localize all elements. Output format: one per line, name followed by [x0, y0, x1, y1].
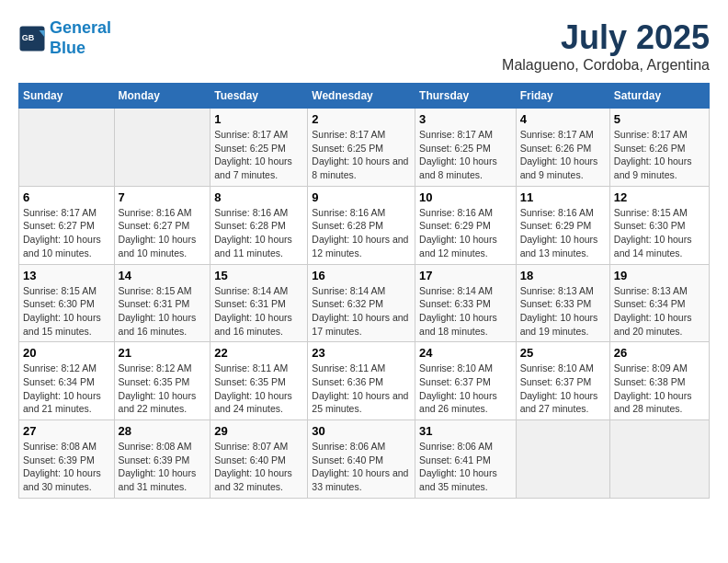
calendar-header-row: SundayMondayTuesdayWednesdayThursdayFrid… — [19, 84, 710, 109]
calendar-cell — [114, 109, 210, 187]
calendar-cell: 15Sunrise: 8:14 AMSunset: 6:31 PMDayligh… — [210, 264, 308, 342]
day-info: Sunrise: 8:13 AMSunset: 6:33 PMDaylight:… — [520, 284, 606, 339]
day-number: 4 — [520, 112, 606, 126]
column-header-tuesday: Tuesday — [210, 84, 308, 109]
day-number: 8 — [214, 190, 303, 204]
day-info: Sunrise: 8:14 AMSunset: 6:32 PMDaylight:… — [312, 284, 411, 339]
main-title: July 2025 — [502, 18, 710, 57]
day-info: Sunrise: 8:11 AMSunset: 6:36 PMDaylight:… — [312, 362, 411, 416]
calendar-cell: 3Sunrise: 8:17 AMSunset: 6:25 PMDaylight… — [415, 109, 517, 187]
day-info: Sunrise: 8:11 AMSunset: 6:35 PMDaylight:… — [214, 362, 303, 416]
day-number: 20 — [23, 346, 110, 360]
day-info: Sunrise: 8:17 AMSunset: 6:27 PMDaylight:… — [23, 206, 110, 260]
day-info: Sunrise: 8:06 AMSunset: 6:40 PMDaylight:… — [312, 440, 411, 494]
day-number: 26 — [614, 346, 705, 360]
day-info: Sunrise: 8:14 AMSunset: 6:31 PMDaylight:… — [214, 284, 303, 339]
calendar-week-5: 27Sunrise: 8:08 AMSunset: 6:39 PMDayligh… — [19, 420, 710, 499]
day-number: 23 — [312, 346, 411, 360]
day-info: Sunrise: 8:15 AMSunset: 6:31 PMDaylight:… — [119, 284, 207, 339]
day-number: 1 — [214, 112, 303, 126]
calendar-cell: 9Sunrise: 8:16 AMSunset: 6:28 PMDaylight… — [308, 186, 415, 264]
day-info: Sunrise: 8:15 AMSunset: 6:30 PMDaylight:… — [614, 206, 705, 260]
day-info: Sunrise: 8:12 AMSunset: 6:35 PMDaylight:… — [119, 362, 207, 416]
column-header-saturday: Saturday — [609, 84, 709, 109]
calendar-cell: 24Sunrise: 8:10 AMSunset: 6:37 PMDayligh… — [415, 342, 517, 420]
day-number: 10 — [419, 190, 512, 204]
calendar-cell: 23Sunrise: 8:11 AMSunset: 6:36 PMDayligh… — [308, 342, 415, 420]
calendar-cell: 22Sunrise: 8:11 AMSunset: 6:35 PMDayligh… — [210, 342, 308, 420]
calendar-cell: 8Sunrise: 8:16 AMSunset: 6:28 PMDaylight… — [210, 186, 308, 264]
column-header-sunday: Sunday — [19, 84, 115, 109]
calendar-cell: 2Sunrise: 8:17 AMSunset: 6:25 PMDaylight… — [308, 109, 415, 187]
calendar-cell: 29Sunrise: 8:07 AMSunset: 6:40 PMDayligh… — [210, 420, 308, 499]
day-info: Sunrise: 8:16 AMSunset: 6:28 PMDaylight:… — [214, 206, 303, 260]
day-number: 16 — [312, 269, 411, 282]
calendar-cell: 16Sunrise: 8:14 AMSunset: 6:32 PMDayligh… — [308, 264, 415, 342]
day-info: Sunrise: 8:08 AMSunset: 6:39 PMDaylight:… — [23, 440, 110, 494]
day-info: Sunrise: 8:16 AMSunset: 6:29 PMDaylight:… — [419, 206, 512, 260]
day-info: Sunrise: 8:16 AMSunset: 6:29 PMDaylight:… — [520, 206, 606, 260]
day-number: 18 — [520, 269, 606, 282]
calendar-table: SundayMondayTuesdayWednesdayThursdayFrid… — [18, 83, 710, 499]
calendar-cell: 5Sunrise: 8:17 AMSunset: 6:26 PMDaylight… — [609, 109, 709, 187]
day-number: 15 — [214, 269, 303, 282]
day-number: 27 — [23, 424, 110, 438]
column-header-monday: Monday — [114, 84, 210, 109]
calendar-cell: 27Sunrise: 8:08 AMSunset: 6:39 PMDayligh… — [19, 420, 115, 499]
day-number: 24 — [419, 346, 512, 360]
logo-icon: GB — [18, 25, 46, 52]
calendar-week-2: 6Sunrise: 8:17 AMSunset: 6:27 PMDaylight… — [19, 186, 710, 264]
day-number: 19 — [614, 269, 705, 282]
calendar-cell: 11Sunrise: 8:16 AMSunset: 6:29 PMDayligh… — [516, 186, 609, 264]
calendar-week-3: 13Sunrise: 8:15 AMSunset: 6:30 PMDayligh… — [19, 264, 710, 342]
column-header-thursday: Thursday — [415, 84, 517, 109]
calendar-cell: 21Sunrise: 8:12 AMSunset: 6:35 PMDayligh… — [114, 342, 210, 420]
day-number: 21 — [119, 346, 207, 360]
day-info: Sunrise: 8:16 AMSunset: 6:28 PMDaylight:… — [312, 206, 411, 260]
day-number: 30 — [312, 424, 411, 438]
day-info: Sunrise: 8:09 AMSunset: 6:38 PMDaylight:… — [614, 362, 705, 416]
day-number: 9 — [312, 190, 411, 204]
day-number: 6 — [23, 190, 110, 204]
calendar-week-4: 20Sunrise: 8:12 AMSunset: 6:34 PMDayligh… — [19, 342, 710, 420]
calendar-cell: 26Sunrise: 8:09 AMSunset: 6:38 PMDayligh… — [609, 342, 709, 420]
calendar-cell — [609, 420, 709, 499]
calendar-cell: 6Sunrise: 8:17 AMSunset: 6:27 PMDaylight… — [19, 186, 115, 264]
calendar-cell: 13Sunrise: 8:15 AMSunset: 6:30 PMDayligh… — [19, 264, 115, 342]
column-header-wednesday: Wednesday — [308, 84, 415, 109]
day-info: Sunrise: 8:10 AMSunset: 6:37 PMDaylight:… — [419, 362, 512, 416]
day-info: Sunrise: 8:06 AMSunset: 6:41 PMDaylight:… — [419, 440, 512, 494]
calendar-cell: 28Sunrise: 8:08 AMSunset: 6:39 PMDayligh… — [114, 420, 210, 499]
day-info: Sunrise: 8:14 AMSunset: 6:33 PMDaylight:… — [419, 284, 512, 339]
day-info: Sunrise: 8:16 AMSunset: 6:27 PMDaylight:… — [119, 206, 207, 260]
day-number: 7 — [119, 190, 207, 204]
logo: GB General Blue — [18, 18, 111, 58]
day-info: Sunrise: 8:07 AMSunset: 6:40 PMDaylight:… — [214, 440, 303, 494]
day-info: Sunrise: 8:15 AMSunset: 6:30 PMDaylight:… — [23, 284, 110, 339]
calendar-cell — [516, 420, 609, 499]
day-number: 17 — [419, 269, 512, 282]
subtitle: Malagueno, Cordoba, Argentina — [502, 57, 710, 74]
logo-text: General Blue — [50, 18, 111, 58]
calendar-cell — [19, 109, 115, 187]
calendar-cell: 19Sunrise: 8:13 AMSunset: 6:34 PMDayligh… — [609, 264, 709, 342]
day-info: Sunrise: 8:17 AMSunset: 6:25 PMDaylight:… — [214, 128, 303, 182]
column-header-friday: Friday — [516, 84, 609, 109]
calendar-cell: 18Sunrise: 8:13 AMSunset: 6:33 PMDayligh… — [516, 264, 609, 342]
calendar-cell: 30Sunrise: 8:06 AMSunset: 6:40 PMDayligh… — [308, 420, 415, 499]
day-info: Sunrise: 8:17 AMSunset: 6:26 PMDaylight:… — [614, 128, 705, 182]
page-header: GB General Blue July 2025 Malagueno, Cor… — [18, 18, 710, 74]
calendar-cell: 7Sunrise: 8:16 AMSunset: 6:27 PMDaylight… — [114, 186, 210, 264]
day-number: 5 — [614, 112, 705, 126]
day-number: 14 — [119, 269, 207, 282]
day-info: Sunrise: 8:17 AMSunset: 6:26 PMDaylight:… — [520, 128, 606, 182]
calendar-week-1: 1Sunrise: 8:17 AMSunset: 6:25 PMDaylight… — [19, 109, 710, 187]
day-number: 12 — [614, 190, 705, 204]
calendar-cell: 31Sunrise: 8:06 AMSunset: 6:41 PMDayligh… — [415, 420, 517, 499]
calendar-cell: 1Sunrise: 8:17 AMSunset: 6:25 PMDaylight… — [210, 109, 308, 187]
calendar-cell: 17Sunrise: 8:14 AMSunset: 6:33 PMDayligh… — [415, 264, 517, 342]
svg-text:GB: GB — [22, 32, 35, 41]
day-number: 25 — [520, 346, 606, 360]
day-info: Sunrise: 8:10 AMSunset: 6:37 PMDaylight:… — [520, 362, 606, 416]
title-area: July 2025 Malagueno, Cordoba, Argentina — [502, 18, 710, 74]
